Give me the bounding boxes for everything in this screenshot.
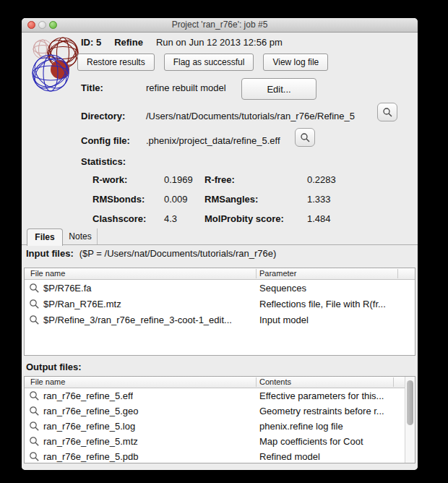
column-header-file-name[interactable]: File name	[30, 377, 65, 388]
title-value: refine rebuilt model	[146, 82, 226, 93]
file-name: ran_r76e_refine_5.mtz	[43, 436, 138, 447]
input-files-heading: Input files:	[26, 248, 74, 259]
column-divider[interactable]	[393, 377, 394, 387]
magnifier-icon[interactable]	[29, 299, 40, 309]
output-file-row[interactable]: ran_r76e_refine_5.pdb Refined model	[25, 449, 415, 463]
output-file-row[interactable]: ran_r76e_refine_5.geo Geometry restraint…	[25, 403, 415, 419]
app-window: Project 'ran_r76e': job #5	[22, 18, 418, 470]
file-name: ran_r76e_refine_5.eff	[43, 390, 133, 401]
file-name: ran_r76e_refine_5.log	[43, 421, 135, 432]
window-title: Project 'ran_r76e': job #5	[65, 18, 374, 32]
file-parameter: Sequences	[259, 283, 306, 294]
stat-label: RMSbonds:	[92, 194, 145, 205]
input-files-path-note: ($P = /Users/nat/Documents/tutorials/ran…	[79, 248, 277, 259]
output-files-heading-row: Output files:	[26, 362, 82, 372]
open-directory-button[interactable]	[377, 103, 397, 121]
view-config-button[interactable]	[295, 128, 315, 147]
stat-label: R-work:	[92, 174, 127, 185]
statistics-heading: Statistics:	[81, 156, 126, 167]
magnifier-icon	[300, 132, 311, 143]
file-contents: phenix.refine log file	[259, 421, 343, 432]
file-contents: Refined model	[259, 451, 320, 462]
column-header-parameter[interactable]: Parameter	[259, 268, 296, 279]
stat-value: 0.2283	[307, 174, 336, 185]
job-id: ID: 5	[81, 37, 101, 48]
file-name: ran_r76e_refine_5.pdb	[43, 451, 139, 462]
action-buttons: Restore results Flag as successful View …	[77, 54, 328, 71]
output-file-row[interactable]: ran_r76e_refine_5.log phenix.refine log …	[25, 419, 415, 434]
input-files-table-header[interactable]: File name Parameter	[25, 268, 415, 280]
stat-value: 4.3	[164, 213, 177, 224]
traffic-lights	[27, 21, 57, 29]
stat-value: 0.1969	[164, 174, 193, 185]
config-file-label: Config file:	[81, 135, 130, 146]
stat-value: 0.009	[164, 194, 188, 205]
file-name: ran_r76e_refine_5.geo	[43, 406, 139, 416]
config-file-value: .phenix/project_data/refine_5.eff	[146, 135, 280, 146]
magnifier-icon[interactable]	[29, 283, 40, 294]
job-summary-row: ID: 5 Refine Run on Jun 12 2013 12:56 pm	[81, 37, 283, 48]
column-divider[interactable]	[256, 377, 257, 387]
output-files-table: File name Contents ran_r76e_refine_5.eff…	[24, 376, 415, 463]
magnifier-icon[interactable]	[29, 451, 40, 462]
stat-label: MolProbity score:	[204, 213, 284, 224]
input-file-row[interactable]: $P/Ran_R76E.mtz Reflections file, File w…	[25, 296, 415, 312]
molecule-spheres-icon	[30, 34, 84, 92]
file-name: $P/Refine_3/ran_r76e_refine_3-coot-1_edi…	[43, 315, 232, 325]
column-divider[interactable]	[397, 269, 398, 278]
input-file-row[interactable]: $P/Refine_3/ran_r76e_refine_3-coot-1_edi…	[25, 312, 415, 328]
directory-label: Directory:	[81, 111, 125, 121]
tab-notes[interactable]: Notes	[64, 228, 98, 244]
stat-label: Clashscore:	[92, 213, 146, 224]
tab-files[interactable]: Files	[27, 228, 63, 246]
output-files-scrollbar[interactable]	[405, 377, 415, 463]
magnifier-icon[interactable]	[29, 421, 40, 432]
output-file-row[interactable]: ran_r76e_refine_5.eff Effective paramete…	[25, 388, 415, 403]
file-parameter: Reflections file, File with R(fr...	[259, 299, 386, 309]
job-run-info: Run on Jun 12 2013 12:56 pm	[156, 37, 283, 48]
input-files-table: File name Parameter $P/R76E.fa Sequences…	[24, 268, 415, 356]
stat-value: 1.484	[307, 213, 331, 224]
flag-successful-button[interactable]: Flag as successful	[164, 54, 254, 71]
column-header-contents[interactable]: Contents	[259, 377, 291, 388]
column-header-file-name[interactable]: File name	[30, 268, 65, 279]
stat-label: R-free:	[204, 174, 235, 185]
file-name: $P/R76E.fa	[43, 283, 92, 294]
scrollbar-thumb[interactable]	[407, 380, 413, 425]
file-parameter: Input model	[259, 315, 309, 325]
magnifier-icon[interactable]	[29, 390, 40, 401]
file-contents: Effective parameters for this...	[259, 390, 384, 401]
view-log-button[interactable]: View log file	[263, 54, 328, 71]
output-files-table-header[interactable]: File name Contents	[25, 377, 415, 388]
input-files-heading-row: Input files: ($P = /Users/nat/Documents/…	[26, 248, 276, 259]
output-files-heading: Output files:	[26, 362, 82, 372]
file-name: $P/Ran_R76E.mtz	[43, 299, 121, 309]
directory-value: /Users/nat/Documents/tutorials/ran_r76e/…	[146, 111, 355, 121]
restore-results-button[interactable]: Restore results	[77, 54, 155, 71]
zoom-button[interactable]	[49, 21, 57, 29]
input-file-row[interactable]: $P/R76E.fa Sequences	[25, 280, 415, 296]
file-contents: Geometry restraints before r...	[259, 406, 384, 416]
minimize-button[interactable]	[38, 21, 46, 29]
file-contents: Map coefficients for Coot	[259, 436, 363, 447]
job-type: Refine	[114, 37, 143, 48]
magnifier-icon[interactable]	[29, 315, 40, 325]
title-label: Title:	[81, 82, 103, 93]
edit-title-button[interactable]: Edit...	[241, 78, 316, 100]
magnifier-icon[interactable]	[29, 436, 40, 447]
title-bar[interactable]: Project 'ran_r76e': job #5	[22, 18, 418, 33]
stat-label: RMSangles:	[204, 194, 258, 205]
stat-value: 1.333	[307, 194, 331, 205]
magnifier-icon[interactable]	[29, 406, 40, 416]
magnifier-icon	[382, 107, 393, 118]
column-divider[interactable]	[256, 269, 257, 278]
output-file-row[interactable]: ran_r76e_refine_5.mtz Map coefficients f…	[25, 434, 415, 449]
close-button[interactable]	[27, 21, 35, 29]
